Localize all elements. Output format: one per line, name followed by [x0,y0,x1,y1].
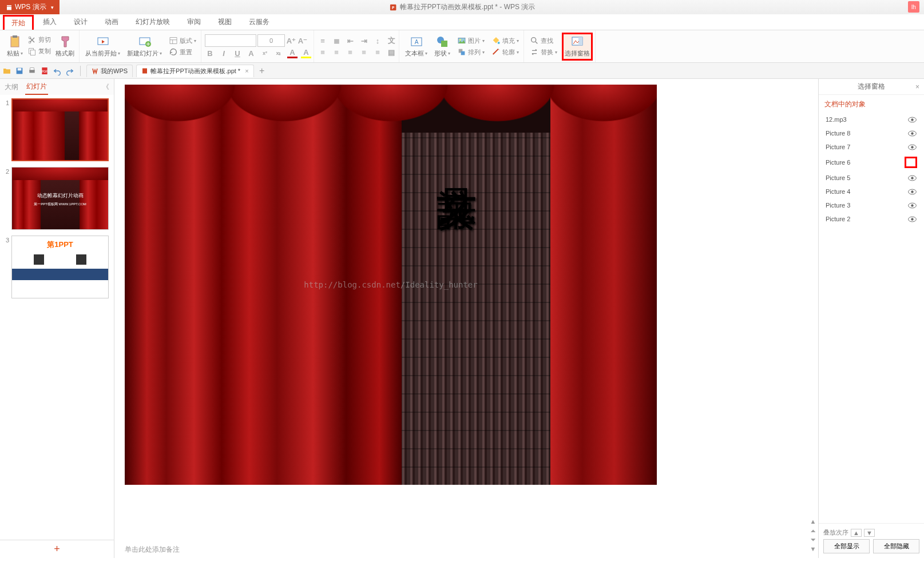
hide-all-button[interactable]: 全部隐藏 [873,539,919,553]
close-pane-button[interactable]: × [915,83,919,91]
increase-font-button[interactable]: A⁺ [286,35,296,46]
title-bar: WPS 演示 ▾ P 帷幕拉开PPT动画效果模板.ppt * - WPS 演示 … [0,0,924,14]
object-item[interactable]: Picture 6 [823,154,919,171]
slide-canvas[interactable]: 見諒辛亥 http://blog.csdn.net/Ideality_hunte… [125,85,657,485]
tab-outline[interactable]: 大纲 [3,80,19,94]
menu-review[interactable]: 审阅 [179,15,209,29]
undo-button[interactable] [53,66,62,75]
menu-insert[interactable]: 插入 [35,15,65,29]
textbox-button[interactable]: A文本框▾ [403,34,430,59]
object-item[interactable]: 12.mp3 [823,113,919,126]
align-left-button[interactable]: ≡ [318,47,328,57]
object-item[interactable]: Picture 5 [823,171,919,185]
bullets-button[interactable]: ≡ [318,35,328,46]
menu-cloud[interactable]: 云服务 [241,15,277,29]
picture-button[interactable]: 图片▾ [455,35,487,46]
from-current-button[interactable]: 从当前开始▾ [83,34,122,59]
menu-view[interactable]: 视图 [210,15,240,29]
indent-right-button[interactable]: ⇥ [359,35,369,46]
font-size-select[interactable]: 0 [257,34,285,47]
layout-button[interactable]: 版式▾ [166,35,199,46]
format-painter-button[interactable]: 格式刷 [53,34,77,59]
user-badge[interactable]: lh [908,1,919,13]
slide-thumbnail-2[interactable]: 动态帷幕幻灯片动画第一PPT模板网 WWW.1PPT.COM [11,167,109,230]
slide-thumbnail-1[interactable] [11,98,109,161]
open-file-button[interactable] [2,66,11,75]
menu-slideshow[interactable]: 幻灯片放映 [128,15,178,29]
object-item[interactable]: Picture 4 [823,185,919,198]
indent-left-button[interactable]: ⇤ [345,35,355,46]
visibility-toggle[interactable] [907,143,917,151]
add-slide-button[interactable]: + [0,540,114,558]
align-right-button[interactable]: ≡ [345,47,355,57]
tab-mywps[interactable]: 我的WPS [86,65,133,77]
font-family-select[interactable] [205,34,256,47]
columns-button[interactable]: ▤ [386,47,396,57]
superscript-button[interactable]: x² [260,48,270,58]
outline-button[interactable]: 轮廓▾ [489,46,521,58]
visibility-toggle[interactable] [907,188,917,196]
menu-design[interactable]: 设计 [66,15,96,29]
collapse-panel-button[interactable]: 《 [102,82,109,92]
font-color-button[interactable]: A [287,48,298,58]
visibility-toggle[interactable] [907,174,917,182]
visibility-toggle[interactable] [905,157,917,168]
paste-button[interactable]: 粘贴▾ [5,34,25,59]
menu-animation[interactable]: 动画 [97,15,126,29]
line-spacing-button[interactable]: ↕ [372,35,383,46]
object-item[interactable]: Picture 2 [823,212,919,226]
close-tab-button[interactable]: × [245,67,248,74]
fill-button[interactable]: 填充▾ [489,35,521,46]
replace-button[interactable]: 替换▾ [528,46,560,58]
tab-current-file[interactable]: 帷幕拉开PPT动画效果模板.ppt *× [136,65,254,77]
underline-button[interactable]: U [232,48,243,58]
find-button[interactable]: 查找 [528,35,560,46]
cut-button[interactable]: 剪切 [25,34,53,46]
copy-button[interactable]: 复制 [25,46,53,57]
visibility-toggle[interactable] [907,201,917,209]
new-tab-button[interactable]: + [257,66,267,75]
notes-placeholder[interactable]: 单击此处添加备注 [125,545,180,555]
next-slide-button[interactable]: ▼ [810,545,816,552]
italic-button[interactable]: I [219,48,229,58]
object-item[interactable]: Picture 7 [823,140,919,154]
reset-button[interactable]: 重置 [166,46,199,58]
align-distribute-button[interactable]: ≡ [372,47,383,57]
text-direction-button[interactable]: 文 [386,35,396,46]
select-pane-button[interactable]: 选择窗格 [562,33,593,61]
highlight-button[interactable]: A [301,48,311,58]
move-up-button[interactable]: ▲ [851,529,862,537]
numbering-button[interactable]: ≣ [331,35,342,46]
save-button[interactable] [15,66,24,75]
slide-thumbnail-3[interactable]: 第1PPT [11,236,109,298]
tab-slides[interactable]: 幻灯片 [25,79,48,95]
app-menu-button[interactable]: WPS 演示 ▾ [0,0,60,14]
decrease-font-button[interactable]: A⁻ [298,35,308,46]
shadow-button[interactable]: A [246,48,256,58]
show-all-button[interactable]: 全部显示 [823,539,870,553]
bold-button[interactable]: B [205,48,215,58]
object-list[interactable]: 12.mp3Picture 8Picture 7Picture 6Picture… [819,111,924,523]
new-slide-button[interactable]: 新建幻灯片▾ [125,34,164,59]
export-pdf-button[interactable]: PDF [40,66,49,75]
prev-slide-button[interactable]: ▲ [810,518,816,525]
subscript-button[interactable]: x₂ [273,48,284,58]
object-item[interactable]: Picture 8 [823,126,919,140]
align-justify-button[interactable]: ≡ [359,47,369,57]
redo-button[interactable] [65,66,74,75]
thumbnail-list[interactable]: 1 2 动态帷幕幻灯片动画第一PPT模板网 WWW.1PPT.COM 3 第1P… [0,95,114,540]
shape-button[interactable]: 形状▾ [432,34,453,59]
arrange-button[interactable]: 排列▾ [455,46,487,58]
move-down-button[interactable]: ▼ [864,529,875,537]
next-slide-dbl-button[interactable]: ⏷ [810,536,816,543]
visibility-toggle[interactable] [907,129,917,137]
object-item[interactable]: Picture 3 [823,198,919,212]
align-center-button[interactable]: ≡ [331,47,342,57]
menu-start[interactable]: 开始 [3,15,34,30]
canvas-area[interactable]: 見諒辛亥 http://blog.csdn.net/Ideality_hunte… [114,79,818,558]
visibility-toggle[interactable] [907,115,917,123]
prev-slide-dbl-button[interactable]: ⏶ [810,527,816,534]
reset-icon [169,47,178,57]
visibility-toggle[interactable] [907,215,917,223]
print-button[interactable] [27,66,37,75]
